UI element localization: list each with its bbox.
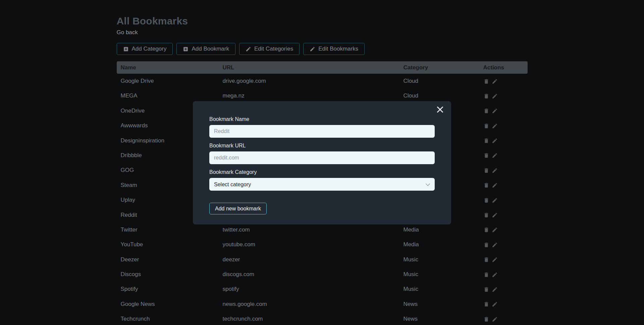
table-row: Discogsdiscogs.comMusic <box>117 267 528 282</box>
bookmark-actions-cell <box>479 237 528 252</box>
bookmark-actions-cell <box>479 193 528 207</box>
bookmark-actions-cell <box>479 104 528 118</box>
table-row: YouTubeyoutube.comMedia <box>117 237 528 252</box>
bookmark-category-group: Bookmark Category Select category <box>209 169 435 191</box>
bookmark-url-cell: youtube.com <box>219 237 399 252</box>
edit-categories-button[interactable]: Edit Categories <box>239 43 300 55</box>
delete-icon[interactable] <box>483 316 489 322</box>
edit-icon[interactable] <box>492 93 498 99</box>
bookmark-name-cell: Discogs <box>117 267 219 282</box>
edit-icon[interactable] <box>492 197 498 203</box>
edit-icon[interactable] <box>492 168 498 174</box>
table-row: Google Newsnews.google.comNews <box>117 297 528 312</box>
bookmark-url-group: Bookmark URL <box>209 142 435 164</box>
delete-icon[interactable] <box>483 138 489 144</box>
add-bookmark-modal: Bookmark Name Bookmark URL Bookmark Cate… <box>193 101 451 224</box>
delete-icon[interactable] <box>483 152 489 158</box>
edit-categories-label: Edit Categories <box>254 46 293 52</box>
bookmark-actions-cell <box>479 208 528 222</box>
bookmark-actions-cell <box>479 118 528 133</box>
delete-icon[interactable] <box>483 301 489 307</box>
table-row: Google Drivedrive.google.comCloud <box>117 74 528 88</box>
add-category-label: Add Category <box>132 46 167 52</box>
bookmark-category-cell: News <box>399 297 479 312</box>
edit-icon[interactable] <box>492 123 498 129</box>
plus-square-icon <box>183 46 189 52</box>
bookmark-category-cell: Music <box>399 252 479 267</box>
bookmark-name-cell: Deezer <box>117 252 219 267</box>
bookmark-actions-cell <box>479 88 528 103</box>
bookmark-category-cell: Media <box>399 237 479 252</box>
bookmark-name-label: Bookmark Name <box>209 116 435 122</box>
delete-icon[interactable] <box>483 168 489 174</box>
edit-icon[interactable] <box>492 301 498 307</box>
pencil-icon <box>310 46 315 52</box>
go-back-link[interactable]: Go back <box>117 29 138 36</box>
plus-square-icon <box>123 46 129 52</box>
bookmark-url-cell: techcrunch.com <box>219 312 399 325</box>
close-icon[interactable] <box>436 105 444 114</box>
delete-icon[interactable] <box>483 212 489 218</box>
table-header: Name URL Category Actions <box>117 61 528 74</box>
bookmark-url-input[interactable] <box>209 151 435 164</box>
add-category-button[interactable]: Add Category <box>117 43 173 55</box>
edit-icon[interactable] <box>492 272 498 278</box>
edit-icon[interactable] <box>492 138 498 144</box>
table-row: Twittertwitter.comMedia <box>117 222 528 237</box>
bookmark-category-cell: News <box>399 312 479 325</box>
column-header-category: Category <box>399 61 479 74</box>
edit-icon[interactable] <box>492 182 498 188</box>
edit-icon[interactable] <box>492 108 498 114</box>
edit-icon[interactable] <box>492 212 498 218</box>
bookmark-actions-cell <box>479 133 528 148</box>
bookmark-category-label: Bookmark Category <box>209 169 435 175</box>
page-title: All Bookmarks <box>117 15 528 27</box>
bookmark-name-input[interactable] <box>209 125 435 138</box>
edit-icon[interactable] <box>492 78 498 84</box>
bookmark-category-cell: Cloud <box>399 74 479 88</box>
bookmark-category-cell: Media <box>399 222 479 237</box>
edit-bookmarks-button[interactable]: Edit Bookmarks <box>303 43 365 55</box>
delete-icon[interactable] <box>483 93 489 99</box>
pencil-icon <box>246 46 251 52</box>
delete-icon[interactable] <box>483 108 489 114</box>
delete-icon[interactable] <box>483 197 489 203</box>
bookmark-actions-cell <box>479 252 528 267</box>
bookmark-url-cell: spotify <box>219 282 399 297</box>
edit-icon[interactable] <box>492 257 498 263</box>
bookmark-actions-cell <box>479 222 528 237</box>
delete-icon[interactable] <box>483 242 489 248</box>
delete-icon[interactable] <box>483 272 489 278</box>
edit-icon[interactable] <box>492 227 498 233</box>
delete-icon[interactable] <box>483 182 489 188</box>
bookmark-url-cell: deezer <box>219 252 399 267</box>
toolbar: Add Category Add Bookmark Edit Categorie… <box>117 43 528 55</box>
delete-icon[interactable] <box>483 227 489 233</box>
bookmark-name-cell: Google Drive <box>117 74 219 88</box>
delete-icon[interactable] <box>483 257 489 263</box>
delete-icon[interactable] <box>483 123 489 129</box>
bookmark-url-cell: discogs.com <box>219 267 399 282</box>
add-new-bookmark-button[interactable]: Add new bookmark <box>209 203 267 214</box>
bookmark-actions-cell <box>479 74 528 88</box>
add-bookmark-label: Add Bookmark <box>192 46 229 52</box>
bookmark-actions-cell <box>479 297 528 312</box>
bookmark-actions-cell <box>479 282 528 297</box>
edit-icon[interactable] <box>492 286 498 292</box>
bookmark-url-cell: twitter.com <box>219 222 399 237</box>
edit-icon[interactable] <box>492 316 498 322</box>
bookmark-name-cell: Google News <box>117 297 219 312</box>
edit-icon[interactable] <box>492 242 498 248</box>
bookmark-category-select[interactable]: Select category <box>209 178 435 191</box>
add-bookmark-button[interactable]: Add Bookmark <box>176 43 235 55</box>
bookmark-actions-cell <box>479 178 528 193</box>
bookmark-name-cell: Techcrunch <box>117 312 219 325</box>
edit-icon[interactable] <box>492 152 498 158</box>
bookmark-name-cell: Spotify <box>117 282 219 297</box>
delete-icon[interactable] <box>483 286 489 292</box>
bookmark-actions-cell <box>479 163 528 178</box>
bookmark-actions-cell <box>479 267 528 282</box>
table-row: Techcrunchtechcrunch.comNews <box>117 312 528 325</box>
delete-icon[interactable] <box>483 78 489 84</box>
table-row: SpotifyspotifyMusic <box>117 282 528 297</box>
